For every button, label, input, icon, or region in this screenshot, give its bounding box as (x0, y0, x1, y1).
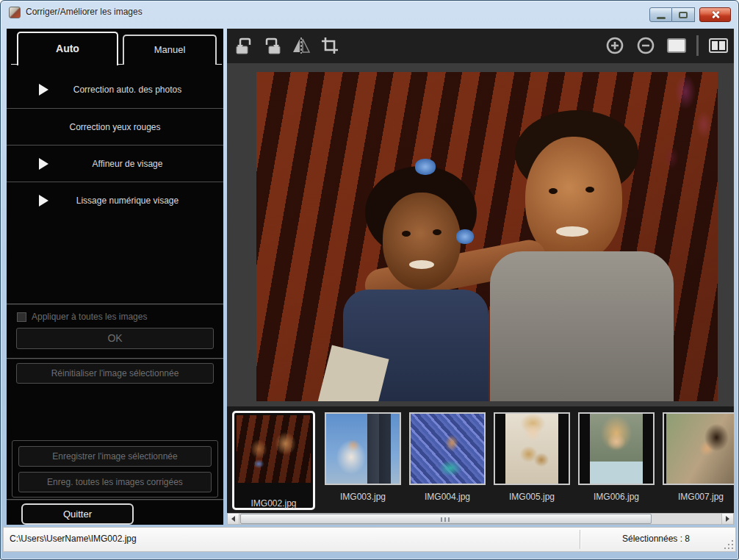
play-arrow-icon (39, 84, 48, 96)
apply-to-all-checkbox[interactable] (17, 312, 26, 322)
selected-count: Sélectionnées : 8 (584, 534, 728, 544)
red-eye-correction-button[interactable]: Correction yeux rouges (7, 108, 223, 145)
thumbnail-scrollbar[interactable] (227, 513, 734, 525)
thumbnail[interactable] (325, 412, 401, 485)
minimize-button[interactable] (649, 7, 672, 22)
photo-figure (456, 229, 474, 244)
thumbnail-filename: IMG006.jpg (578, 492, 655, 502)
play-arrow-icon (39, 195, 48, 207)
status-bar: C:\Users\UserName\IMG002.jpg Sélectionné… (3, 527, 736, 552)
minimize-icon (657, 17, 666, 19)
thumbnail-filename: IMG005.jpg (494, 492, 570, 502)
preview-area (227, 63, 734, 406)
tab-auto[interactable]: Auto (17, 32, 118, 65)
scroll-left-button[interactable] (228, 514, 239, 524)
correction-sidebar: Auto Manuel Correction auto. des photos … (7, 29, 223, 525)
thumbnail-image (666, 414, 735, 484)
thumbnail-filename: IMG002.jpg (234, 498, 313, 503)
apply-to-all-label: Appliquer à toutes les images (32, 312, 147, 322)
scrollbar-thumb[interactable] (240, 514, 652, 524)
photo-figure (556, 226, 588, 237)
window-title: Corriger/Améliorer les images (26, 7, 143, 17)
mode-tabs: Auto Manuel (7, 32, 223, 65)
current-file-path: C:\Users\UserName\IMG002.jpg (10, 534, 137, 544)
app-icon (9, 7, 21, 18)
title-bar[interactable]: Corriger/Améliorer les images (1, 1, 738, 24)
thumbnail-image (326, 414, 400, 484)
photo-figure (415, 159, 436, 175)
thumbnail[interactable] (578, 412, 655, 485)
arrow-left-icon (231, 516, 235, 522)
rotate-left-icon[interactable] (233, 35, 255, 57)
save-selected-image-button[interactable]: Enregistrer l'image sélectionnée (18, 446, 212, 467)
zoom-in-icon[interactable] (604, 35, 626, 57)
ok-button[interactable]: OK (16, 328, 214, 349)
compare-view-icon[interactable] (707, 35, 729, 57)
photo-figure (409, 260, 434, 269)
resize-grip[interactable] (724, 540, 734, 550)
image-preview-panel: IMG002.jpg IMG003.jpg IMG004.jpg IMG005.… (227, 29, 734, 525)
photo-figure (402, 231, 411, 237)
flip-horizontal-icon[interactable] (290, 35, 312, 57)
thumbnail-filename: IMG003.jpg (325, 492, 401, 502)
close-button[interactable] (699, 7, 731, 22)
thumbnail-image (505, 414, 558, 484)
crop-icon[interactable] (319, 35, 341, 57)
auto-corrections-list: Correction auto. des photos Correction y… (7, 71, 223, 218)
arrow-right-icon (726, 516, 729, 522)
quit-button[interactable]: Quitter (21, 503, 134, 525)
photo-figure (383, 193, 461, 290)
digital-face-smoothing-button[interactable]: Lissage numérique visage (7, 182, 223, 218)
auto-photo-fix-button[interactable]: Correction auto. des photos (7, 71, 223, 108)
photo-figure (490, 251, 674, 401)
thumbnail[interactable] (494, 412, 570, 485)
thumbnail-selected[interactable]: IMG002.jpg (232, 411, 315, 510)
rotate-right-icon[interactable] (262, 35, 284, 57)
photo-figure (585, 187, 594, 193)
close-icon (710, 10, 721, 20)
apply-to-all-row: Appliquer à toutes les images (17, 312, 147, 322)
scroll-right-button[interactable] (721, 514, 733, 524)
save-all-corrected-images-button[interactable]: Enreg. toutes les images corrigées (18, 472, 212, 492)
face-sharpener-button[interactable]: Affineur de visage (7, 145, 223, 182)
photo-figure (433, 229, 441, 235)
photo-figure (549, 188, 558, 194)
scrollbar-grip-icon (441, 517, 451, 522)
whole-image-view-icon[interactable] (666, 35, 688, 57)
thumbnail[interactable] (409, 412, 486, 485)
thumbnail-image (411, 414, 484, 484)
maximize-icon (679, 12, 688, 18)
play-arrow-icon (39, 158, 48, 170)
save-buttons-group: Enregistrer l'image sélectionnée Enreg. … (12, 440, 218, 498)
zoom-out-icon[interactable] (635, 35, 657, 57)
status-separator (580, 530, 581, 549)
maximize-button[interactable] (672, 7, 695, 22)
thumbnail-strip: IMG002.jpg IMG003.jpg IMG004.jpg IMG005.… (227, 406, 734, 513)
thumbnail-filename: IMG004.jpg (409, 492, 486, 502)
toolbar-separator (696, 35, 699, 56)
thumbnail-filename: IMG007.jpg (663, 492, 734, 502)
preview-toolbar (227, 29, 734, 63)
separator (7, 304, 223, 305)
separator (7, 499, 223, 500)
correct-enhance-images-window: Corriger/Améliorer les images Auto Manue… (0, 0, 739, 560)
thumbnail-image (237, 415, 311, 483)
thumbnail-image (590, 414, 643, 484)
selected-photo-preview[interactable] (256, 72, 718, 401)
thumbnail[interactable] (663, 412, 734, 485)
tab-manuel[interactable]: Manuel (123, 35, 217, 65)
separator (7, 358, 223, 359)
reset-selected-image-button[interactable]: Réinitialiser l'image sélectionnée (16, 363, 214, 384)
